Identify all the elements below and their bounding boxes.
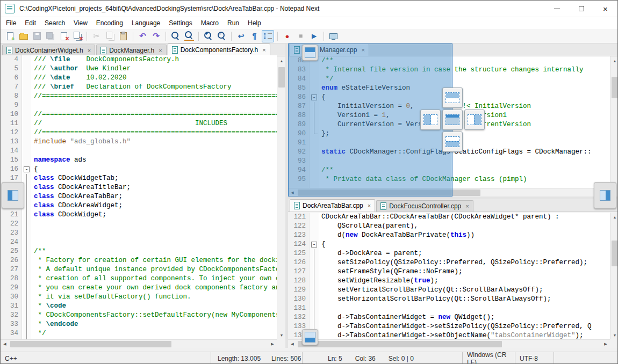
status-item: UTF-8 [520,355,538,362]
status-eol-format[interactable]: Windows (CR LF) [463,352,515,364]
code-text: // INCLUDES [31,119,277,128]
tab-dockfocuscontroller-cpp[interactable]: DockFocusController.cpp× [376,200,473,212]
tab-dockareatabbar-cpp[interactable]: DockAreaTabBar.cpp× [290,199,375,212]
close-button[interactable]: × [593,1,617,17]
tab-dockcontainerwidget-h[interactable]: DockContainerWidget.h× [2,45,95,56]
menu-settings[interactable]: Settings [164,17,196,29]
replace-button[interactable] [183,30,195,42]
line-number: 6 [1,74,22,83]
dock-guide-center[interactable] [442,110,463,130]
menu-run[interactable]: Run [223,17,243,29]
new-file-button[interactable] [4,30,16,42]
show-all-characters-button[interactable] [248,30,261,42]
scroll-right-arrow[interactable]: ▶ [601,340,610,348]
show-indent-guide-button[interactable] [262,30,274,42]
tab-close-button[interactable]: × [88,47,91,54]
dock-guide-bottom[interactable] [442,132,463,152]
fold-line [26,265,27,274]
line-number: 26 [1,256,22,265]
tab-close-button[interactable]: × [368,202,371,209]
left-editor-horizontal-scrollbar[interactable]: ◀ ▶ [1,339,277,348]
save-button[interactable] [31,30,43,42]
scroll-thumb[interactable] [612,77,618,98]
scroll-up-arrow[interactable]: ▲ [610,56,618,65]
tab-close-button[interactable]: × [262,47,265,53]
bottom-right-editor[interactable]: 121CDockAreaTabBar::CDockAreaTabBar(CDoc… [288,213,610,339]
dock-edge-indicator-right[interactable] [594,182,616,209]
undo-button[interactable] [136,30,149,42]
scroll-right-arrow[interactable]: ▶ [268,340,277,348]
scroll-down-arrow[interactable]: ▼ [277,331,286,339]
fold-margin [22,147,31,156]
tab-dockmanager-h[interactable]: DockManager.h× [96,45,166,56]
dock-edge-indicator-left[interactable] [2,182,24,209]
folder-icon [19,31,28,41]
left-editor-vertical-scrollbar[interactable]: ▲ ▼ [277,56,285,339]
monitor-file-button[interactable] [327,30,340,42]
scroll-thumb[interactable] [10,341,171,347]
menu-encoding[interactable]: Encoding [92,17,127,29]
bottom-right-vertical-scrollbar[interactable]: ▲ ▼ [610,213,618,339]
code-text: /// \date 10.02.2020 [31,74,277,83]
fold-margin: - [22,165,31,174]
menu-language[interactable]: Language [127,17,164,29]
code-text: //======================================… [31,128,277,137]
redo-button[interactable] [150,30,162,42]
close-all-button[interactable] [71,30,83,42]
tab-close-button[interactable]: × [159,47,162,54]
menu-view[interactable]: View [69,17,92,29]
dock-guide-left[interactable] [420,110,441,130]
fold-toggle[interactable]: - [311,242,317,247]
scroll-thumb[interactable] [298,341,502,347]
fold-margin [310,231,319,240]
scroll-down-arrow[interactable]: ▼ [610,331,618,339]
dock-guide-right[interactable] [464,110,485,130]
dock-guide-top[interactable] [442,88,463,108]
maximize-button[interactable] [569,1,593,17]
bottom-right-tab-bar: DockAreaTabBar.cpp×DockFocusController.c… [288,199,618,212]
scroll-left-arrow[interactable]: ◀ [288,340,297,348]
copy-button[interactable] [104,30,116,42]
top-right-vertical-scrollbar[interactable]: ▲ ▼ [610,56,618,188]
record-macro-button[interactable] [281,30,293,42]
fold-margin [22,64,31,74]
tab-dockcomponentsfactory-h[interactable]: DockComponentsFactory.h× [168,43,270,56]
scroll-up-arrow[interactable]: ▲ [277,56,286,65]
left-editor[interactable]: 4/// \file DockComponentsFactory.h5/// \… [1,55,277,339]
word-wrap-button[interactable] [235,30,247,42]
close-file-button[interactable] [58,30,70,42]
menu-file[interactable]: File [2,17,20,29]
fold-line [314,276,314,286]
menu-search[interactable]: Search [40,17,69,29]
scroll-thumb[interactable] [612,241,618,266]
save-all-button[interactable] [44,30,56,42]
open-file-button[interactable] [17,30,30,42]
fold-margin [310,267,319,276]
tab-close-button[interactable]: × [465,203,469,209]
code-line: 18class CDockAreaTitleBar; [1,183,277,192]
scroll-left-arrow[interactable]: ◀ [1,340,9,348]
scroll-thumb[interactable] [278,67,285,88]
code-line: 9 [1,101,277,110]
cut-button[interactable] [90,30,103,42]
fold-toggle[interactable]: - [24,166,30,172]
paste-button[interactable] [117,30,130,42]
dock-edge-indicator-bottom[interactable] [302,329,318,345]
find-button[interactable] [169,30,182,42]
zoom-in-button[interactable]: + [202,30,214,42]
menu-macro[interactable]: Macro [197,17,223,29]
zoom-out-button[interactable]: − [215,30,228,42]
dock-center-icon [445,114,459,125]
fold-line [26,220,27,229]
scroll-up-arrow[interactable]: ▲ [610,213,618,221]
bottom-right-horizontal-scrollbar[interactable]: ◀ ▶ [288,339,610,348]
status-language[interactable]: C++ [1,352,211,364]
toolbar-separator [324,32,324,41]
menu-help[interactable]: Help [243,17,265,29]
stop-recording-button[interactable] [294,30,307,42]
play-macro-button[interactable] [308,30,320,42]
menu-edit[interactable]: Edit [20,17,40,29]
dock-edge-indicator-top[interactable] [302,45,318,61]
status-encoding[interactable]: UTF-8 [515,352,554,364]
minimize-button[interactable] [545,1,569,17]
